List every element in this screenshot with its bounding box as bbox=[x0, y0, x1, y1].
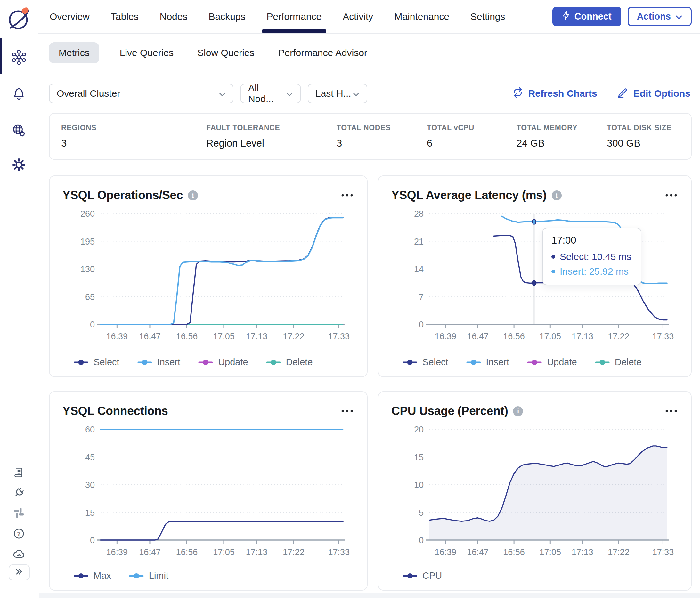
chevron-down-icon bbox=[286, 88, 293, 99]
chart-plot-area[interactable]: 06513019526016:3916:4716:5617:0517:1317:… bbox=[62, 209, 355, 343]
sidebar-item-slack[interactable] bbox=[0, 506, 38, 521]
legend-item-select[interactable]: Select bbox=[74, 357, 120, 367]
connect-button[interactable]: Connect bbox=[552, 7, 621, 26]
legend-item-limit[interactable]: Limit bbox=[129, 570, 169, 581]
sidebar-item-help[interactable]: ? bbox=[0, 527, 38, 541]
sidebar-item-book[interactable] bbox=[0, 466, 38, 480]
legend-marker-icon bbox=[198, 360, 213, 365]
cluster-select[interactable]: Overall Cluster bbox=[49, 83, 233, 103]
chevron-down-icon bbox=[353, 88, 359, 99]
legend-marker-icon bbox=[402, 360, 417, 365]
actions-button[interactable]: Actions bbox=[628, 7, 692, 26]
legend-marker-icon bbox=[595, 360, 610, 365]
legend-item-update[interactable]: Update bbox=[198, 357, 248, 367]
legend-item-insert[interactable]: Insert bbox=[138, 357, 181, 367]
legend-item-max[interactable]: Max bbox=[74, 570, 111, 581]
svg-text:16:39: 16:39 bbox=[435, 547, 457, 557]
subtab-performance-advisor[interactable]: Performance Advisor bbox=[275, 42, 371, 63]
tab-maintenance[interactable]: Maintenance bbox=[394, 0, 449, 33]
sidebar-item-gear[interactable] bbox=[0, 157, 38, 174]
chart-menu-button[interactable] bbox=[340, 193, 354, 198]
tab-nodes[interactable]: Nodes bbox=[160, 0, 188, 33]
cluster-select-value: Overall Cluster bbox=[57, 88, 120, 99]
legend-item-insert[interactable]: Insert bbox=[466, 357, 509, 367]
edit-options-link[interactable]: Edit Options bbox=[617, 86, 691, 101]
info-icon[interactable]: i bbox=[188, 190, 198, 200]
chevron-down-icon bbox=[219, 88, 226, 99]
sidebar-expand-button[interactable] bbox=[9, 564, 30, 580]
svg-text:5: 5 bbox=[419, 508, 424, 518]
legend-marker-icon bbox=[74, 360, 89, 365]
book-icon bbox=[12, 466, 25, 480]
svg-text:17:13: 17:13 bbox=[246, 547, 268, 557]
svg-text:16:47: 16:47 bbox=[139, 547, 161, 557]
legend-item-delete[interactable]: Delete bbox=[266, 357, 313, 367]
subtab-live-queries[interactable]: Live Queries bbox=[117, 42, 177, 63]
legend-item-cpu[interactable]: CPU bbox=[402, 570, 442, 581]
chart-plot-area[interactable]: 01530456016:3916:4716:5617:0517:1317:221… bbox=[62, 424, 355, 559]
svg-text:17:33: 17:33 bbox=[328, 547, 350, 557]
legend-item-update[interactable]: Update bbox=[527, 357, 577, 367]
sidebar-item-cloud[interactable] bbox=[0, 547, 38, 562]
stat-label: TOTAL NODES bbox=[336, 124, 427, 132]
svg-text:15: 15 bbox=[85, 508, 95, 518]
svg-text:260: 260 bbox=[80, 209, 95, 219]
svg-text:17:22: 17:22 bbox=[608, 332, 629, 341]
svg-text:15: 15 bbox=[414, 453, 424, 462]
subtab-metrics[interactable]: Metrics bbox=[49, 42, 99, 63]
yugabyte-logo-icon[interactable] bbox=[5, 4, 33, 32]
chart-menu-button[interactable] bbox=[664, 193, 678, 198]
tab-activity[interactable]: Activity bbox=[343, 0, 373, 33]
chart-title: CPU Usage (Percent) bbox=[391, 404, 508, 418]
legend-item-delete[interactable]: Delete bbox=[595, 357, 642, 367]
chart-plot-area[interactable]: 0510152016:3916:4716:5617:0517:1317:2217… bbox=[391, 424, 679, 559]
legend-marker-icon bbox=[402, 573, 417, 579]
tab-settings[interactable]: Settings bbox=[470, 0, 505, 33]
bell-icon bbox=[11, 86, 27, 103]
svg-text:0: 0 bbox=[90, 536, 95, 545]
stat-total-nodes: TOTAL NODES 3 bbox=[336, 124, 427, 149]
stat-label: TOTAL vCPU bbox=[427, 124, 517, 132]
legend-label: CPU bbox=[422, 570, 442, 581]
chart-card-ysql-operations-sec: YSQL Operations/Seci06513019526016:3916:… bbox=[49, 176, 368, 377]
sidebar-item-plug[interactable] bbox=[0, 486, 38, 500]
refresh-charts-link[interactable]: Refresh Charts bbox=[512, 87, 597, 101]
time-range-select-value: Last H... bbox=[316, 88, 351, 99]
subtab-slow-queries[interactable]: Slow Queries bbox=[194, 42, 257, 63]
chart-legend: Max Limit bbox=[74, 570, 169, 581]
svg-text:17:33: 17:33 bbox=[652, 547, 674, 557]
top-navigation: OverviewTablesNodesBackupsPerformanceAct… bbox=[39, 0, 700, 34]
globe-gear-icon bbox=[11, 123, 27, 139]
legend-label: Limit bbox=[149, 570, 169, 581]
time-range-select[interactable]: Last H... bbox=[308, 83, 367, 103]
chart-menu-button[interactable] bbox=[340, 409, 354, 413]
chart-menu-button[interactable] bbox=[664, 409, 678, 413]
nodes-select[interactable]: All Nod... bbox=[241, 83, 301, 103]
legend-label: Insert bbox=[157, 357, 181, 367]
chart-title: YSQL Connections bbox=[62, 404, 168, 418]
sidebar-item-globe-gear[interactable] bbox=[0, 123, 38, 139]
info-icon[interactable]: i bbox=[552, 190, 562, 200]
tab-performance[interactable]: Performance bbox=[267, 0, 322, 33]
sidebar-item-bell[interactable] bbox=[0, 86, 38, 103]
stat-value: 24 GB bbox=[517, 138, 607, 149]
sidebar-item-cluster[interactable] bbox=[0, 50, 38, 66]
info-icon[interactable]: i bbox=[513, 406, 523, 416]
tab-overview[interactable]: Overview bbox=[50, 0, 90, 33]
svg-text:17:13: 17:13 bbox=[572, 332, 593, 341]
svg-text:16:56: 16:56 bbox=[503, 547, 525, 557]
svg-text:17:05: 17:05 bbox=[213, 547, 235, 557]
chart-legend: Select Insert Update Delete bbox=[74, 357, 312, 367]
legend-label: Insert bbox=[486, 357, 509, 367]
svg-text:17:22: 17:22 bbox=[608, 547, 629, 557]
svg-text:17:22: 17:22 bbox=[283, 332, 304, 341]
refresh-charts-label: Refresh Charts bbox=[528, 88, 597, 99]
chevron-down-icon bbox=[675, 11, 682, 22]
tab-tables[interactable]: Tables bbox=[111, 0, 139, 33]
svg-text:195: 195 bbox=[80, 237, 95, 246]
lightning-icon bbox=[562, 10, 570, 22]
tab-backups[interactable]: Backups bbox=[208, 0, 245, 33]
svg-text:16:47: 16:47 bbox=[467, 547, 489, 557]
page-background-strip bbox=[39, 593, 700, 598]
legend-item-select[interactable]: Select bbox=[402, 357, 448, 367]
